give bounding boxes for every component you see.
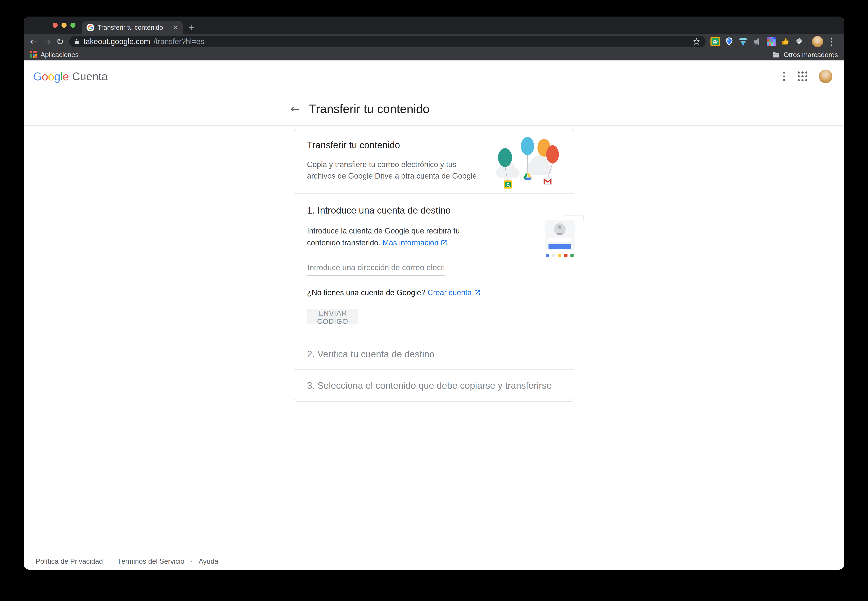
- browser-menu-icon[interactable]: ⋮: [825, 37, 839, 47]
- step3-title: 3. Selecciona el contenido que debe copi…: [307, 380, 561, 391]
- external-link-icon: [474, 289, 481, 298]
- account-avatar[interactable]: [819, 70, 832, 83]
- balloon-icon[interactable]: [724, 37, 734, 46]
- forward-icon: →: [40, 36, 53, 47]
- tab-title: Transferir tu contenido: [97, 24, 169, 31]
- page-menu-icon[interactable]: [782, 71, 786, 82]
- page-title: Transferir tu contenido: [309, 102, 429, 116]
- page-title-row: ← Transferir tu contenido: [24, 92, 844, 126]
- step1-section: 1. Introduce una cuenta de destino Intro…: [294, 193, 574, 339]
- bookmarks-bar: Aplicaciones Otros marcadores: [24, 49, 844, 61]
- url-host: takeout.google.com: [84, 37, 150, 46]
- learn-more-link[interactable]: Más información: [382, 238, 439, 247]
- apple-check-icon[interactable]: [794, 37, 804, 46]
- minimize-window-button[interactable]: [61, 23, 67, 28]
- step3-section: 3. Selecciona el contenido que debe copi…: [294, 369, 574, 401]
- footer-separator: ·: [190, 557, 193, 565]
- footer-separator: ·: [109, 557, 111, 565]
- card-intro-description: Copia y transfiere tu correo electrónico…: [307, 159, 485, 182]
- step1-body: Introduce la cuenta de Google que recibi…: [307, 225, 470, 250]
- classroom-icon[interactable]: [710, 37, 720, 46]
- step2-title: 2. Verifica tu cuenta de destino: [307, 349, 561, 360]
- back-icon[interactable]: ←: [27, 36, 40, 47]
- external-link-icon: [440, 239, 447, 248]
- product-name: Cuenta: [72, 70, 108, 83]
- no-account-line: ¿No tienes una cuenta de Google? Crear c…: [307, 288, 561, 298]
- window-controls: [53, 23, 76, 28]
- browser-toolbar: ← → ↻ takeout.google.com/transfer?hl=es: [24, 34, 844, 49]
- close-window-button[interactable]: [53, 23, 58, 28]
- step2-section: 2. Verifica tu cuenta de destino: [294, 339, 574, 369]
- privacy-policy-link[interactable]: Política de Privacidad: [36, 557, 103, 565]
- bookmarks-separator: [766, 51, 766, 58]
- balloons-illustration: [490, 137, 563, 191]
- page-footer: Política de Privacidad · Términos del Se…: [36, 557, 218, 565]
- folder-icon: [772, 51, 780, 59]
- toolbar-separator: [807, 38, 807, 46]
- apps-shortcut-icon[interactable]: [30, 51, 37, 58]
- transfer-card: Transferir tu contenido Copia y transfie…: [294, 129, 574, 402]
- megaphone-icon[interactable]: [752, 37, 762, 46]
- extensions-row: [710, 37, 804, 46]
- tab-strip: Transferir tu contenido ✕ +: [24, 17, 844, 34]
- google-logo[interactable]: Google: [33, 70, 69, 83]
- create-account-link[interactable]: Crear cuenta: [428, 288, 472, 297]
- lock-icon[interactable]: [74, 38, 80, 44]
- close-tab-icon[interactable]: ✕: [173, 24, 178, 32]
- url-path: /transfer?hl=es: [154, 37, 204, 46]
- reload-icon[interactable]: ↻: [53, 36, 67, 47]
- terms-of-service-link[interactable]: Términos del Servicio: [117, 557, 184, 565]
- address-bar[interactable]: takeout.google.com/transfer?hl=es: [69, 36, 706, 47]
- page-content: Google Cuenta ← Transferir tu contenido …: [24, 61, 844, 570]
- google-favicon-icon: [87, 24, 94, 31]
- google-apps-grid-icon[interactable]: [797, 71, 808, 82]
- classroom-mini-icon: [504, 180, 512, 189]
- browser-profile-avatar[interactable]: [812, 36, 823, 47]
- zoom-window-button[interactable]: [70, 23, 76, 28]
- send-code-button[interactable]: ENVIAR CÓDIGO: [307, 309, 358, 324]
- help-link[interactable]: Ayuda: [199, 557, 218, 565]
- other-bookmarks-button[interactable]: Otros marcadores: [784, 51, 838, 59]
- new-tab-button[interactable]: +: [189, 21, 195, 34]
- step1-title: 1. Introduce una cuenta de destino: [307, 205, 561, 216]
- google-account-header: Google Cuenta: [24, 61, 844, 92]
- gmail-mini-icon: [544, 178, 552, 185]
- bookmark-star-icon[interactable]: [693, 38, 700, 46]
- browser-tab[interactable]: Transferir tu contenido ✕: [82, 21, 183, 34]
- card-intro-section: Transferir tu contenido Copia y transfie…: [294, 129, 574, 193]
- funnel-icon[interactable]: [738, 37, 748, 46]
- mosaic-icon[interactable]: [766, 37, 776, 46]
- apps-shortcut-label[interactable]: Aplicaciones: [41, 51, 79, 59]
- page-back-icon[interactable]: ←: [291, 102, 300, 115]
- browser-window: Transferir tu contenido ✕ + ← → ↻ takeou…: [24, 17, 844, 570]
- thumbs-up-icon[interactable]: [780, 37, 790, 46]
- email-input[interactable]: [307, 262, 445, 276]
